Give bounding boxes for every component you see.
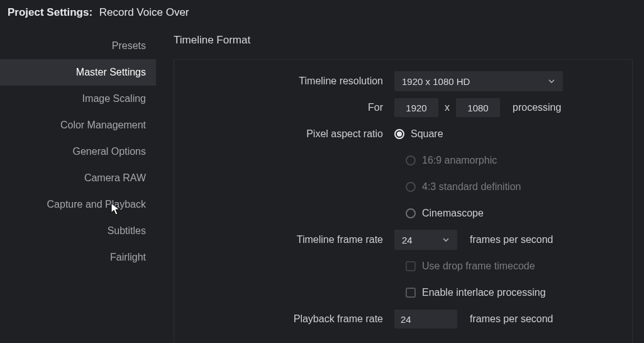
radio-par-anamorphic[interactable] — [406, 155, 416, 166]
sidebar-item-master-settings[interactable]: Master Settings — [0, 59, 156, 86]
sidebar-item-label: General Options — [72, 146, 146, 157]
chevron-down-icon — [548, 76, 555, 87]
settings-sidebar: Presets Master Settings Image Scaling Co… — [0, 25, 156, 343]
sidebar-item-label: Color Management — [60, 120, 146, 131]
label-for: For — [187, 102, 394, 113]
sidebar-item-label: Capture and Playback — [47, 199, 146, 210]
sidebar-item-label: Presets — [112, 40, 146, 52]
project-settings-window: Project Settings: Record Voice Over Pres… — [0, 0, 644, 343]
label-timeline-frame-rate: Timeline frame rate — [187, 234, 394, 245]
label-timeline-resolution: Timeline resolution — [187, 76, 394, 87]
section-title-timeline-format: Timeline Format — [174, 34, 633, 47]
label-x: x — [445, 102, 450, 113]
input-resolution-width[interactable]: 1920 — [394, 98, 438, 117]
titlebar-title: Record Voice Over — [99, 6, 189, 18]
label-par-sd: 4:3 standard definition — [422, 181, 521, 193]
sidebar-item-presets[interactable]: Presets — [0, 33, 156, 59]
label-pixel-aspect-ratio: Pixel aspect ratio — [187, 128, 394, 140]
sidebar-item-general-options[interactable]: General Options — [0, 138, 156, 165]
sidebar-item-camera-raw[interactable]: Camera RAW — [0, 165, 156, 191]
radio-par-square[interactable] — [394, 129, 404, 139]
select-value: 1920 x 1080 HD — [402, 76, 470, 87]
titlebar-prefix: Project Settings: — [8, 6, 92, 18]
settings-content: Timeline Format Timeline resolution 1920… — [156, 25, 644, 343]
sidebar-item-label: Subtitles — [108, 225, 146, 237]
panel-timeline-format: Timeline resolution 1920 x 1080 HD For — [174, 59, 633, 343]
label-drop-frame: Use drop frame timecode — [422, 261, 535, 272]
radio-par-sd[interactable] — [406, 182, 416, 192]
sidebar-item-color-management[interactable]: Color Management — [0, 112, 156, 138]
label-par-anamorphic: 16:9 anamorphic — [422, 155, 497, 166]
sidebar-item-fairlight[interactable]: Fairlight — [0, 244, 156, 271]
label-interlace: Enable interlace processing — [422, 287, 546, 298]
label-playback-frame-rate: Playback frame rate — [187, 313, 394, 325]
sidebar-item-label: Camera RAW — [84, 172, 146, 184]
label-processing: processing — [513, 102, 561, 113]
sidebar-item-image-scaling[interactable]: Image Scaling — [0, 86, 156, 112]
titlebar: Project Settings: Record Voice Over — [0, 0, 644, 25]
sidebar-item-label: Image Scaling — [82, 93, 146, 104]
label-fps-suffix: frames per second — [470, 234, 553, 245]
label-par-cinemascope: Cinemascope — [422, 208, 484, 219]
label-playback-suffix: frames per second — [470, 313, 553, 325]
radio-par-cinemascope[interactable] — [406, 208, 416, 218]
checkbox-interlace[interactable] — [406, 288, 416, 298]
sidebar-item-subtitles[interactable]: Subtitles — [0, 218, 156, 244]
select-timeline-resolution[interactable]: 1920 x 1080 HD — [394, 71, 563, 91]
sidebar-item-label: Fairlight — [110, 252, 146, 263]
sidebar-item-label: Master Settings — [76, 67, 146, 78]
input-playback-frame-rate[interactable]: 24 — [394, 310, 457, 329]
input-resolution-height[interactable]: 1080 — [456, 98, 500, 117]
checkbox-drop-frame[interactable] — [406, 261, 416, 271]
sidebar-item-capture-playback[interactable]: Capture and Playback — [0, 191, 156, 218]
select-value: 24 — [402, 235, 413, 245]
label-par-square: Square — [411, 128, 443, 140]
chevron-down-icon — [442, 235, 450, 245]
select-timeline-frame-rate[interactable]: 24 — [394, 230, 457, 250]
